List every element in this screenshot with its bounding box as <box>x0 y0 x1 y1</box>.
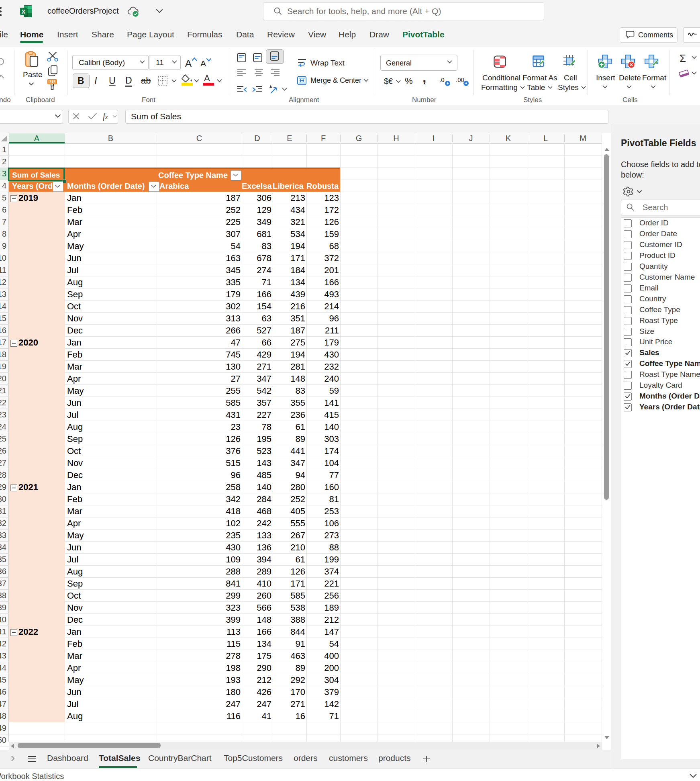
svg-text:X: X <box>22 8 26 15</box>
